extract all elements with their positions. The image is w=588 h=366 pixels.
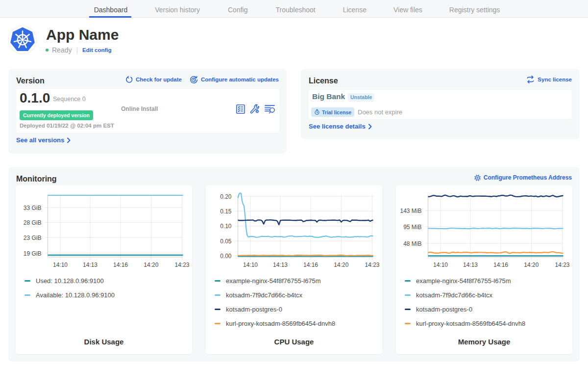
svg-text:95 MiB: 95 MiB: [403, 224, 421, 231]
svg-text:14:20: 14:20: [524, 261, 539, 268]
svg-text:48 MiB: 48 MiB: [403, 240, 421, 247]
svg-text:28 GiB: 28 GiB: [24, 219, 42, 226]
svg-text:14:13: 14:13: [463, 261, 478, 268]
svg-text:0.10: 0.10: [220, 223, 232, 230]
svg-text:0.20: 0.20: [220, 193, 232, 200]
svg-text:14:16: 14:16: [113, 261, 128, 268]
svg-text:14:10: 14:10: [53, 261, 68, 268]
svg-text:14:16: 14:16: [493, 261, 508, 268]
svg-text:14:20: 14:20: [144, 261, 158, 268]
svg-text:143 MiB: 143 MiB: [400, 208, 421, 214]
svg-text:19 GiB: 19 GiB: [24, 250, 42, 257]
svg-text:0.05: 0.05: [220, 238, 232, 245]
svg-text:14:23: 14:23: [174, 261, 189, 268]
svg-text:14:10: 14:10: [243, 261, 258, 268]
svg-text:14:23: 14:23: [555, 261, 569, 268]
svg-text:14:23: 14:23: [365, 261, 379, 268]
svg-text:14:20: 14:20: [334, 261, 348, 268]
svg-text:0.00: 0.00: [220, 253, 232, 260]
svg-text:14:16: 14:16: [303, 261, 318, 268]
svg-text:23 GiB: 23 GiB: [24, 235, 42, 241]
svg-text:14:13: 14:13: [83, 261, 98, 268]
svg-text:33 GiB: 33 GiB: [24, 205, 42, 211]
svg-text:14:10: 14:10: [433, 261, 448, 268]
svg-text:0.15: 0.15: [220, 208, 232, 215]
svg-text:14:13: 14:13: [273, 261, 288, 268]
